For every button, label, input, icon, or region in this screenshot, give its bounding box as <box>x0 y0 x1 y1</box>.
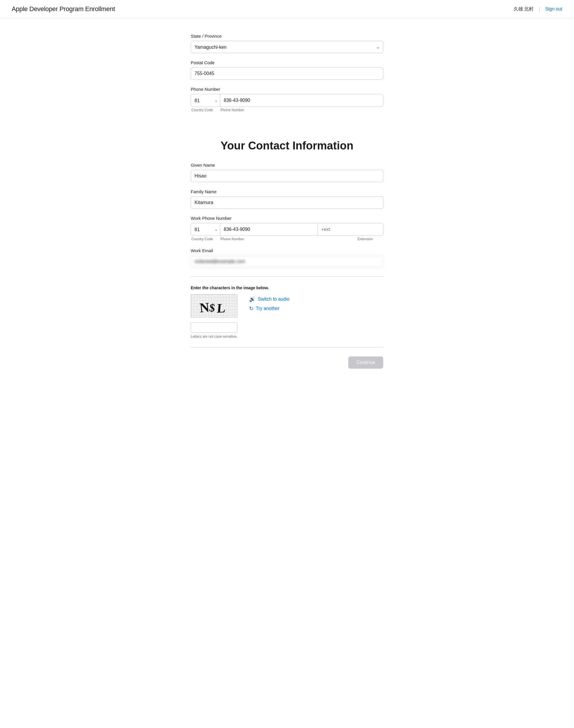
try-another-link[interactable]: ↻ Try another <box>249 305 290 312</box>
header-divider: | <box>539 6 540 12</box>
app-title: Apple Developer Program Enrollment <box>12 5 115 13</box>
partial-field-group <box>191 23 383 28</box>
phone-label: Phone Number <box>191 87 383 92</box>
signout-link[interactable]: Sign out <box>545 6 562 12</box>
state-select[interactable]: Yamaguchi-ken <box>191 41 383 53</box>
phone-country-wrapper: 81 ⌄ <box>191 94 220 107</box>
captcha-image-wrapper: N $ L Letters are not case-sensitive. <box>191 294 237 339</box>
header-username: 久雄 北村 <box>514 6 533 12</box>
phone-labels: Country Code Phone Number <box>191 108 383 112</box>
bottom-divider <box>191 347 383 348</box>
switch-to-audio-label: Switch to audio <box>258 297 290 302</box>
work-email-label: Work Email <box>191 248 383 253</box>
audio-icon: 🔊 <box>249 296 255 302</box>
try-another-label: Try another <box>256 306 279 311</box>
state-label: State / Province <box>191 34 383 39</box>
postal-label: Postal Code <box>191 60 383 65</box>
phone-country-select[interactable]: 81 <box>191 94 220 107</box>
state-select-wrapper: Yamaguchi-ken ⌄ <box>191 41 383 53</box>
work-phone-labels: Country Code Phone Number Extension <box>191 237 383 241</box>
captcha-instruction: Enter the characters in the image below. <box>191 285 383 290</box>
phone-number-input[interactable] <box>220 94 383 107</box>
postal-code-group: Postal Code <box>191 60 383 80</box>
family-name-label: Family Name <box>191 189 383 194</box>
address-form-section: State / Province Yamaguchi-ken ⌄ Postal … <box>191 18 383 125</box>
captcha-input-wrapper: Letters are not case-sensitive. <box>191 322 237 339</box>
captcha-image: N $ L <box>191 294 237 317</box>
work-phone-ext-input[interactable] <box>317 223 383 236</box>
captcha-section: Enter the characters in the image below.… <box>191 285 383 339</box>
continue-button[interactable]: Continue <box>348 356 383 369</box>
family-name-input[interactable] <box>191 196 383 209</box>
work-phone-country-select[interactable]: 81 <box>191 223 220 236</box>
app-header: Apple Developer Program Enrollment 久雄 北村… <box>0 0 574 18</box>
contact-section-title: Your Contact Information <box>191 140 383 152</box>
work-email-group: Work Email <box>191 248 383 268</box>
extension-label: Extension <box>357 237 383 241</box>
phone-row: 81 ⌄ <box>191 94 383 107</box>
state-province-group: State / Province Yamaguchi-ken ⌄ <box>191 34 383 53</box>
work-phone-number-input[interactable] <box>220 223 317 236</box>
captcha-input[interactable] <box>191 322 237 333</box>
captcha-hint: Letters are not case-sensitive. <box>191 335 237 339</box>
captcha-row: N $ L Letters are not case-sensitive. 🔊 … <box>191 294 383 339</box>
given-name-input[interactable] <box>191 170 383 182</box>
refresh-icon: ↻ <box>249 305 253 312</box>
contact-form-section: Given Name Family Name Work Phone Number… <box>191 163 383 268</box>
given-name-label: Given Name <box>191 163 383 167</box>
country-code-label: Country Code <box>191 108 220 112</box>
work-phone-label: Work Phone Number <box>191 216 383 221</box>
work-phone-group: Work Phone Number 81 ⌄ Country Code Phon… <box>191 216 383 241</box>
family-name-group: Family Name <box>191 189 383 209</box>
main-content: State / Province Yamaguchi-ken ⌄ Postal … <box>179 18 395 386</box>
work-country-code-label: Country Code <box>191 237 220 241</box>
given-name-group: Given Name <box>191 163 383 182</box>
captcha-actions: 🔊 Switch to audio ↻ Try another <box>249 294 290 312</box>
postal-code-input[interactable] <box>191 68 383 80</box>
svg-text:$: $ <box>209 301 216 314</box>
work-phone-number-label: Phone Number <box>220 237 357 241</box>
work-phone-row: 81 ⌄ <box>191 223 383 236</box>
header-right: 久雄 北村 | Sign out <box>514 6 562 12</box>
captcha-text-svg: N $ L <box>197 297 232 315</box>
phone-number-label: Phone Number <box>220 108 383 112</box>
work-phone-country-wrapper: 81 ⌄ <box>191 223 220 236</box>
continue-button-wrapper: Continue <box>191 356 383 369</box>
svg-text:L: L <box>216 301 226 315</box>
work-email-input[interactable] <box>191 256 383 268</box>
section-divider <box>191 276 383 277</box>
switch-to-audio-link[interactable]: 🔊 Switch to audio <box>249 296 290 302</box>
phone-number-group: Phone Number 81 ⌄ Country Code Phone Num… <box>191 87 383 112</box>
svg-text:N: N <box>199 300 210 315</box>
